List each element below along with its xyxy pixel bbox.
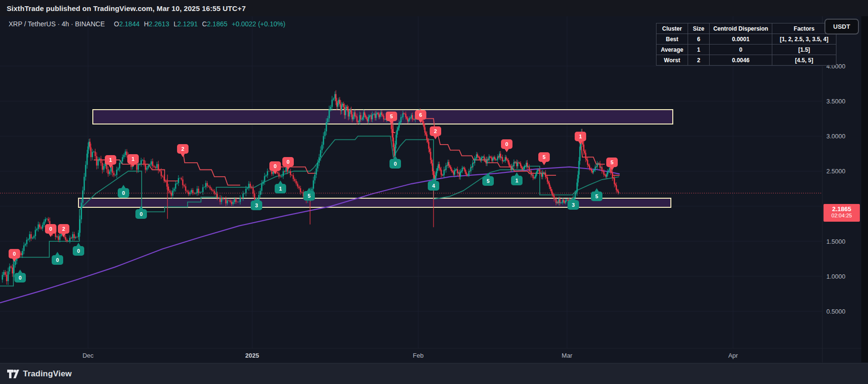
ohlc-values: O2.1844H2.2613L2.1291C2.1865 bbox=[110, 20, 227, 28]
cluster-table-cell: 1 bbox=[688, 45, 710, 55]
ohlc-label: H bbox=[144, 20, 149, 28]
cluster-table-cell: 0 bbox=[710, 45, 772, 55]
symbol-row: XRP / TetherUS · 4h · BINANCEO2.1844H2.2… bbox=[9, 20, 285, 28]
cluster-table-cell: 0.0046 bbox=[710, 55, 772, 66]
time-axis[interactable]: Dec2025FebMarApr bbox=[0, 348, 868, 363]
ohlc-value: 2.1291 bbox=[177, 20, 198, 28]
svg-text:1: 1 bbox=[109, 157, 112, 163]
last-price: 2.1865 bbox=[823, 205, 860, 213]
svg-text:0: 0 bbox=[274, 163, 277, 169]
svg-text:2: 2 bbox=[62, 226, 65, 232]
cluster-table-cell: Average bbox=[657, 45, 688, 55]
cluster-table-header: Size bbox=[688, 23, 710, 34]
svg-text:6: 6 bbox=[419, 112, 422, 118]
ohlc-label: C bbox=[202, 20, 207, 28]
time-axis-label: Feb bbox=[413, 352, 423, 359]
cluster-table-row: Worst20.0046[4.5, 5] bbox=[657, 55, 836, 66]
svg-text:0: 0 bbox=[287, 159, 289, 165]
time-axis-label: Dec bbox=[82, 352, 93, 359]
signal-pin-teal-0: 0 bbox=[389, 156, 401, 169]
currency-toggle-button[interactable]: USDT bbox=[824, 19, 859, 34]
svg-text:0: 0 bbox=[13, 251, 16, 257]
publish-text: SixthTrade published on TradingView.com,… bbox=[7, 4, 246, 12]
svg-text:0: 0 bbox=[505, 141, 508, 147]
svg-text:5: 5 bbox=[308, 193, 311, 199]
chart-canvas[interactable]: 00211200562051500000315045135 bbox=[0, 16, 868, 362]
cluster-table-cell: Worst bbox=[657, 55, 688, 66]
tradingview-wordmark[interactable]: TradingView bbox=[23, 369, 72, 379]
signal-pin-red-5: 5 bbox=[538, 152, 550, 165]
tradingview-logo-icon[interactable] bbox=[7, 368, 19, 380]
cluster-table-row: Average10[1.5] bbox=[657, 45, 836, 55]
signal-pin-red-0: 0 bbox=[9, 249, 20, 262]
right-edge-strip bbox=[861, 16, 868, 362]
change-value: +0.0022 (+0.10%) bbox=[232, 20, 285, 28]
price-axis-label: 1.0000 bbox=[826, 273, 846, 280]
cluster-table-cell: Best bbox=[657, 34, 688, 45]
signal-pin-red-5: 5 bbox=[606, 158, 618, 170]
cluster-table-cell: 6 bbox=[688, 34, 710, 45]
signal-pin-teal-0: 0 bbox=[52, 252, 63, 265]
signal-pin-teal-5: 5 bbox=[482, 173, 494, 186]
signal-pin-red-0: 0 bbox=[282, 157, 294, 170]
ohlc-label: O bbox=[114, 20, 119, 28]
last-price-badge: 2.1865 02:04:25 bbox=[823, 204, 860, 222]
svg-text:1: 1 bbox=[515, 178, 518, 183]
price-axis-label: 2.5000 bbox=[826, 168, 846, 175]
signal-pin-red-1: 1 bbox=[575, 132, 586, 145]
tradingview-snapshot: SixthTrade published on TradingView.com,… bbox=[0, 0, 868, 384]
signal-pin-teal-0: 0 bbox=[118, 185, 129, 198]
symbol-title[interactable]: XRP / TetherUS · 4h · BINANCE bbox=[9, 20, 105, 28]
signal-pin-teal-4: 4 bbox=[428, 178, 439, 191]
bar-countdown: 02:04:25 bbox=[823, 213, 860, 218]
time-axis-label: 2025 bbox=[245, 352, 259, 359]
svg-text:1: 1 bbox=[279, 186, 282, 192]
svg-text:5: 5 bbox=[611, 159, 613, 165]
svg-text:2: 2 bbox=[434, 128, 437, 134]
cluster-table-cell: 2 bbox=[688, 55, 710, 66]
cluster-table-header: Cluster bbox=[657, 23, 688, 34]
ohlc-value: 2.2613 bbox=[149, 20, 169, 28]
signal-pin-teal-1: 1 bbox=[275, 181, 286, 193]
svg-text:0: 0 bbox=[19, 275, 22, 281]
price-axis[interactable]: 4.00003.50003.00002.50002.00001.50001.00… bbox=[823, 16, 861, 362]
price-axis-label: 3.0000 bbox=[826, 133, 846, 140]
cluster-table-cell: [1.5] bbox=[772, 45, 836, 55]
signal-pin-teal-0: 0 bbox=[14, 270, 26, 282]
cluster-table-cell: 0.0001 bbox=[710, 34, 772, 45]
ohlc-value: 2.1844 bbox=[119, 20, 140, 28]
signal-pin-teal-5: 5 bbox=[591, 188, 602, 201]
signal-pin-red-2: 2 bbox=[177, 144, 189, 157]
price-axis-label: 3.5000 bbox=[826, 98, 846, 105]
svg-text:5: 5 bbox=[390, 113, 393, 119]
svg-text:1: 1 bbox=[132, 156, 134, 162]
svg-text:2: 2 bbox=[181, 146, 184, 152]
svg-text:0: 0 bbox=[394, 161, 397, 167]
signal-pin-teal-0: 0 bbox=[73, 243, 84, 256]
cluster-table-cell: [4.5, 5] bbox=[772, 55, 836, 66]
svg-text:4: 4 bbox=[432, 183, 435, 189]
svg-text:0: 0 bbox=[122, 190, 125, 196]
svg-text:0: 0 bbox=[140, 211, 143, 217]
svg-text:0: 0 bbox=[56, 257, 59, 263]
svg-text:3: 3 bbox=[255, 203, 258, 208]
svg-text:5: 5 bbox=[595, 193, 598, 199]
svg-text:5: 5 bbox=[543, 154, 545, 160]
signal-pin-red-0: 0 bbox=[501, 139, 512, 152]
bottom-bar: TradingView bbox=[0, 363, 868, 384]
signal-pin-teal-1: 1 bbox=[511, 172, 523, 185]
svg-text:1: 1 bbox=[579, 134, 582, 139]
signal-pin-teal-0: 0 bbox=[135, 206, 147, 219]
cluster-table: ClusterSizeCentroid DispersionFactorsBes… bbox=[656, 23, 836, 66]
cluster-table-row: Best60.0001[1, 2, 2.5, 3, 3.5, 4] bbox=[657, 34, 836, 45]
svg-text:0: 0 bbox=[49, 226, 52, 232]
chart-pane[interactable]: 00211200562051500000315045135 XRP / Teth… bbox=[0, 16, 868, 362]
cluster-table-header: Centroid Dispersion bbox=[710, 23, 772, 34]
signal-pin-red-2: 2 bbox=[430, 126, 441, 139]
svg-text:0: 0 bbox=[77, 248, 80, 254]
ohlc-value: 2.1865 bbox=[207, 20, 227, 28]
cluster-table-cell: [1, 2, 2.5, 3, 3.5, 4] bbox=[772, 34, 836, 45]
time-axis-label: Mar bbox=[562, 352, 572, 359]
svg-text:3: 3 bbox=[572, 202, 575, 208]
publish-bar: SixthTrade published on TradingView.com,… bbox=[0, 0, 868, 17]
